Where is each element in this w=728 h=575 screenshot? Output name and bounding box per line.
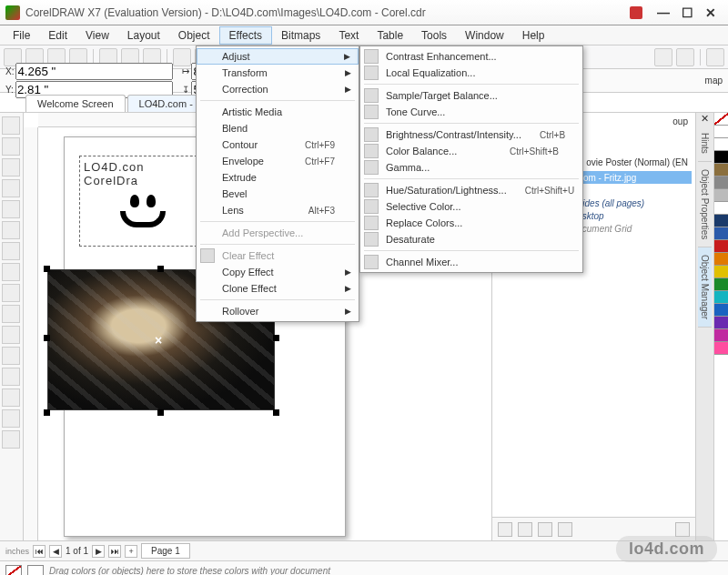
menu-help[interactable]: Help xyxy=(513,27,554,44)
color-swatch[interactable] xyxy=(714,304,728,317)
color-swatch[interactable] xyxy=(714,329,728,342)
tab-welcome[interactable]: Welcome Screen xyxy=(25,95,126,112)
menu-item[interactable]: Clone Effect▶ xyxy=(197,280,359,297)
page-add-button[interactable]: + xyxy=(125,545,137,558)
menu-item[interactable]: Desaturate xyxy=(360,231,582,247)
menu-item[interactable]: Gamma... xyxy=(360,159,582,176)
page-first-button[interactable]: ⏮ xyxy=(33,545,46,558)
close-button[interactable]: ✕ xyxy=(699,5,723,21)
menu-item[interactable]: Contrast Enhancement... xyxy=(360,48,582,65)
menu-item[interactable]: Transform▶ xyxy=(197,65,359,81)
menu-item[interactable]: Adjust▶ xyxy=(197,48,359,65)
color-swatch[interactable] xyxy=(714,113,728,126)
snap-button[interactable] xyxy=(654,48,672,66)
docker-close-icon[interactable]: ✕ xyxy=(701,113,709,126)
page-prev-button[interactable]: ◀ xyxy=(49,545,62,558)
color-swatch[interactable] xyxy=(714,215,728,227)
user-icon[interactable] xyxy=(630,6,642,19)
om-new-layer-button[interactable] xyxy=(498,522,512,537)
page-last-button[interactable]: ⏭ xyxy=(108,545,121,558)
rectangle-tool[interactable] xyxy=(2,221,20,239)
menu-item[interactable]: Blend xyxy=(197,120,359,136)
menu-item[interactable]: Sample/Target Balance... xyxy=(360,87,582,104)
menu-window[interactable]: Window xyxy=(456,27,513,44)
menu-item[interactable]: LensAlt+F3 xyxy=(197,202,359,218)
minimize-button[interactable]: — xyxy=(652,5,675,21)
menu-item[interactable]: Hue/Saturation/Lightness...Ctrl+Shift+U xyxy=(360,182,582,198)
menu-item[interactable]: Copy Effect▶ xyxy=(197,264,359,280)
dimension-tool[interactable] xyxy=(2,305,20,323)
ellipse-tool[interactable] xyxy=(2,242,20,260)
menu-item[interactable]: Bevel xyxy=(197,186,359,202)
connector-tool[interactable] xyxy=(2,326,20,344)
menu-bitmaps[interactable]: Bitmaps xyxy=(272,27,329,44)
menu-item[interactable]: Channel Mixer... xyxy=(360,254,582,270)
selection-handle[interactable] xyxy=(273,409,279,416)
menu-item[interactable]: Selective Color... xyxy=(360,198,582,215)
selection-handle[interactable] xyxy=(157,409,164,416)
color-swatch[interactable] xyxy=(714,151,728,164)
menu-object[interactable]: Object xyxy=(169,27,219,44)
menu-item[interactable]: Brightness/Contrast/Intensity...Ctrl+B xyxy=(360,126,582,143)
menu-item[interactable]: Replace Colors... xyxy=(360,215,582,231)
docker-tab-objmgr[interactable]: Object Manager xyxy=(698,247,712,328)
om-new-master-button[interactable] xyxy=(518,522,532,537)
vertical-ruler[interactable] xyxy=(24,127,38,540)
launch-button[interactable] xyxy=(706,48,724,66)
x-input[interactable] xyxy=(15,63,173,80)
logo-group[interactable]: LO4D.con CorelDra xyxy=(79,156,207,247)
color-swatch[interactable] xyxy=(714,240,728,253)
menu-item[interactable]: Extrude xyxy=(197,169,359,186)
menu-tools[interactable]: Tools xyxy=(412,27,456,44)
om-delete-button[interactable] xyxy=(675,522,690,537)
page-next-button[interactable]: ▶ xyxy=(92,545,105,558)
pick-tool[interactable] xyxy=(2,116,20,135)
menu-effects[interactable]: Effects xyxy=(219,26,272,45)
maximize-button[interactable]: ☐ xyxy=(675,5,699,21)
menu-item[interactable]: Add Perspective... xyxy=(197,225,359,241)
menu-item[interactable]: Artistic Media xyxy=(197,104,359,120)
polygon-tool[interactable] xyxy=(2,263,20,281)
freehand-tool[interactable] xyxy=(2,200,20,218)
color-swatch[interactable] xyxy=(714,227,728,240)
color-swatch[interactable] xyxy=(714,177,728,189)
color-swatch[interactable] xyxy=(714,189,728,202)
om-btn4[interactable] xyxy=(558,522,572,537)
fill-well[interactable] xyxy=(5,565,22,576)
color-swatch[interactable] xyxy=(714,138,728,151)
docker-tab-props[interactable]: Object Properties xyxy=(698,162,712,247)
menu-item[interactable]: Correction▶ xyxy=(197,81,359,97)
menu-item[interactable]: Clear Effect xyxy=(197,247,359,264)
bitmap-trace-label[interactable]: map xyxy=(705,76,723,86)
menu-item[interactable]: Local Equalization... xyxy=(360,65,582,81)
color-swatch[interactable] xyxy=(714,253,728,266)
docker-tab-hints[interactable]: Hints xyxy=(698,126,712,162)
menu-table[interactable]: Table xyxy=(368,27,412,44)
color-swatch[interactable] xyxy=(714,202,728,215)
color-swatch[interactable] xyxy=(714,164,728,177)
color-swatch[interactable] xyxy=(714,317,728,329)
menu-text[interactable]: Text xyxy=(329,27,368,44)
menu-item[interactable]: ContourCtrl+F9 xyxy=(197,136,359,153)
page-tab[interactable]: Page 1 xyxy=(141,543,190,559)
color-swatch[interactable] xyxy=(714,291,728,304)
stroke-well[interactable] xyxy=(27,565,44,576)
color-swatch[interactable] xyxy=(714,342,728,355)
outline-tool[interactable] xyxy=(2,430,20,449)
menu-file[interactable]: File xyxy=(4,27,39,44)
crop-tool[interactable] xyxy=(2,158,20,177)
fill-tool[interactable] xyxy=(2,409,20,428)
color-swatch[interactable] xyxy=(714,126,728,138)
options-button[interactable] xyxy=(676,48,694,66)
menu-edit[interactable]: Edit xyxy=(39,27,76,44)
menu-view[interactable]: View xyxy=(76,27,118,44)
om-btn3[interactable] xyxy=(538,522,552,537)
shape-tool[interactable] xyxy=(2,137,20,156)
color-swatch[interactable] xyxy=(714,266,728,278)
transparency-tool[interactable] xyxy=(2,368,20,386)
selection-handle[interactable] xyxy=(44,335,50,341)
zoom-tool[interactable] xyxy=(2,179,20,197)
menu-layout[interactable]: Layout xyxy=(118,27,169,44)
menu-item[interactable]: Color Balance...Ctrl+Shift+B xyxy=(360,143,582,159)
menu-item[interactable]: EnvelopeCtrl+F7 xyxy=(197,153,359,169)
